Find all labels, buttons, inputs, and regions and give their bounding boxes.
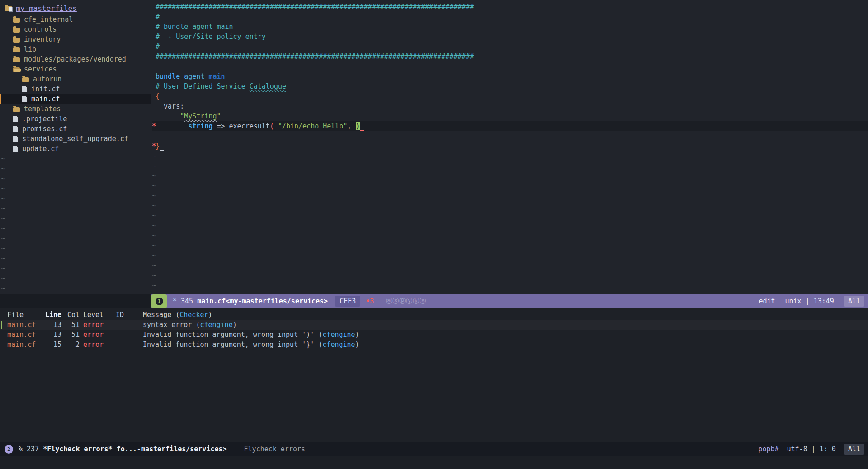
tree-item-label: services	[24, 65, 57, 73]
folder-icon	[22, 77, 29, 82]
tree-item-modules/packages/vendored[interactable]: modules/packages/vendored	[0, 54, 151, 64]
code-line[interactable]: ########################################…	[152, 52, 868, 62]
buffer-name: main.cf<my-masterfiles/services>	[197, 297, 328, 305]
code-line[interactable]: {	[152, 91, 868, 101]
col-id[interactable]: ID	[116, 310, 143, 320]
empty-line: ~	[152, 171, 868, 181]
sidebar-modeline	[0, 294, 151, 308]
empty-line: ~	[152, 151, 868, 161]
code-editor[interactable]: ########################################…	[151, 0, 868, 294]
folder-icon	[13, 67, 20, 72]
tree-item-label: main.cf	[31, 95, 60, 103]
file-icon	[13, 126, 18, 132]
code-line[interactable]: ########################################…	[152, 2, 868, 12]
col-message[interactable]: Message (Checker)	[143, 310, 864, 320]
tilde: ~	[0, 263, 151, 273]
error-row[interactable]: main.cf1351errorsyntax error (cfengine)	[0, 320, 868, 330]
code-line[interactable]: vars:	[152, 101, 868, 111]
col-level[interactable]: Level	[83, 310, 116, 320]
code-line[interactable]	[152, 62, 868, 71]
flycheck-modeline-right: popb# utf-8 | 1: 0 All	[758, 444, 864, 455]
editor-lines: ########################################…	[152, 2, 868, 290]
tree-items: cfe_internalcontrolsinventorylibmodules/…	[0, 14, 151, 154]
tree-item-standalone_self_upgrade.cf[interactable]: standalone_self_upgrade.cf	[0, 134, 151, 144]
fringe-marker	[152, 42, 156, 52]
tilde: ~	[152, 181, 156, 191]
scroll-position-chip: All	[844, 296, 864, 307]
window-number-badge: 1	[151, 294, 167, 308]
col-file[interactable]: File	[7, 310, 45, 320]
tree-item-.projectile[interactable]: .projectile	[0, 114, 151, 124]
fringe-marker	[152, 2, 156, 12]
tilde: ~	[152, 151, 156, 161]
echo-area[interactable]: string execresult(string /Fully qualifie…	[0, 456, 868, 469]
tree-item-services[interactable]: services	[0, 64, 151, 74]
tree-item-templates[interactable]: templates	[0, 104, 151, 114]
coding-and-position: utf-8 | 1: 0	[787, 445, 836, 453]
tree-item-label: modules/packages/vendored	[24, 55, 126, 63]
tilde: ~	[0, 194, 151, 204]
code-line[interactable]: # - User/Site policy entry	[152, 32, 868, 42]
code-line[interactable]: # bundle agent main	[152, 22, 868, 32]
flycheck-errors-window[interactable]: File Line Col Level ID Message (Checker)…	[0, 308, 868, 442]
tree-empty-lines: ~~~~~~~~~~~~~~	[0, 154, 151, 293]
fringe-marker	[152, 32, 156, 42]
error-message: syntax error (cfengine)	[143, 320, 864, 330]
code-line[interactable]: # User Defined Service Catalogue	[152, 81, 868, 91]
fringe-marker	[152, 62, 156, 71]
tilde: ~	[0, 283, 151, 293]
code-line[interactable]: * string => execresult( "/bin/echo Hello…	[152, 121, 868, 131]
tree-root-item[interactable]: my-masterfiles	[0, 2, 151, 14]
empty-line: ~	[152, 221, 868, 231]
folder-icon	[13, 28, 20, 33]
col-col[interactable]: Col	[65, 310, 83, 320]
tree-item-label: standalone_self_upgrade.cf	[22, 135, 128, 143]
tree-item-label: cfe_internal	[24, 15, 73, 24]
fringe-marker: *	[152, 141, 156, 151]
empty-line: ~	[152, 191, 868, 201]
tree-item-main.cf[interactable]: main.cf	[0, 94, 151, 104]
file-icon	[22, 86, 27, 92]
code-line[interactable]: "MyString"	[152, 111, 868, 121]
empty-line: ~	[152, 211, 868, 221]
fringe-marker	[152, 81, 156, 91]
col-line[interactable]: Line	[45, 310, 65, 320]
error-rows: main.cf1351errorsyntax error (cfengine)m…	[0, 320, 868, 350]
tilde: ~	[152, 161, 156, 171]
tree-item-label: promises.cf	[22, 125, 67, 133]
tree-item-lib[interactable]: lib	[0, 44, 151, 54]
project-folder-icon	[5, 6, 12, 11]
code-line[interactable]	[152, 131, 868, 141]
tilde: ~	[152, 191, 156, 201]
tree-item-controls[interactable]: controls	[0, 24, 151, 34]
flycheck-error-count[interactable]: •3	[366, 297, 374, 305]
tilde: ~	[0, 174, 151, 184]
minor-mode-indicators: ⓐⓢⓟⓨⓚⓢ	[386, 297, 426, 305]
code-line[interactable]: *}	[152, 141, 868, 151]
error-row[interactable]: main.cf1351errorInvalid function argumen…	[0, 330, 868, 340]
code-line[interactable]: #	[152, 42, 868, 52]
flycheck-buffer-name: *Flycheck errors* fo...-masterfiles/serv…	[43, 445, 226, 453]
tree-item-promises.cf[interactable]: promises.cf	[0, 124, 151, 134]
code-line[interactable]: bundle agent main	[152, 71, 868, 81]
code-line[interactable]: #	[152, 12, 868, 22]
tree-item-autorun[interactable]: autorun	[0, 74, 151, 84]
window-number-badge-2: 2	[5, 445, 13, 454]
tree-item-label: controls	[24, 25, 57, 33]
error-row[interactable]: main.cf152errorInvalid function argument…	[0, 340, 868, 350]
tree-item-cfe_internal[interactable]: cfe_internal	[0, 14, 151, 24]
tree-item-update.cf[interactable]: update.cf	[0, 144, 151, 154]
tilde: ~	[152, 280, 156, 290]
tree-item-label: lib	[24, 45, 36, 53]
tree-item-label: .projectile	[22, 115, 67, 123]
file-tree: my-masterfiles cfe_internalcontrolsinven…	[0, 0, 151, 294]
tree-item-init.cf[interactable]: init.cf	[0, 84, 151, 94]
file-icon	[13, 146, 18, 152]
major-mode-chip[interactable]: CFE3	[335, 296, 360, 307]
buffer-modified-position: * 345	[173, 297, 193, 305]
tree-item-inventory[interactable]: inventory	[0, 34, 151, 44]
error-message: Invalid function argument, wrong input '…	[143, 340, 864, 350]
emacs-frame: my-masterfiles cfe_internalcontrolsinven…	[0, 0, 868, 469]
top-windows: my-masterfiles cfe_internalcontrolsinven…	[0, 0, 868, 308]
flycheck-modeline: 2 % 237 *Flycheck errors* fo...-masterfi…	[0, 442, 868, 456]
